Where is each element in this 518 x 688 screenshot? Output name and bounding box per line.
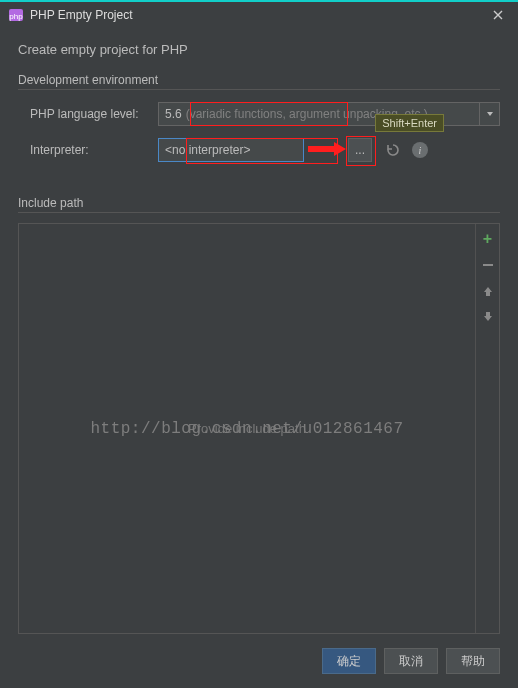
interpreter-combo[interactable]: <no interpreter> xyxy=(158,138,304,162)
instruction-text: Create empty project for PHP xyxy=(18,42,500,57)
cancel-button[interactable]: 取消 xyxy=(384,648,438,674)
include-path-list[interactable]: Provide include path http://blog.csdn.ne… xyxy=(19,224,475,633)
php-level-label: PHP language level: xyxy=(18,107,158,121)
add-path-button[interactable]: + xyxy=(479,230,497,248)
info-icon[interactable]: i xyxy=(412,142,428,158)
separator xyxy=(18,89,500,90)
include-section: Include path Provide include path http:/… xyxy=(18,196,500,634)
move-up-button[interactable] xyxy=(479,282,497,300)
reload-icon[interactable] xyxy=(382,139,404,161)
window-title: PHP Empty Project xyxy=(30,8,132,22)
php-level-value: 5.6 xyxy=(165,107,182,121)
separator xyxy=(18,212,500,213)
remove-path-button[interactable] xyxy=(479,256,497,274)
ellipsis-label: ... xyxy=(355,143,365,157)
svg-rect-2 xyxy=(483,264,493,266)
ok-button[interactable]: 确定 xyxy=(322,648,376,674)
title-bar: php PHP Empty Project xyxy=(0,0,518,28)
shortcut-tooltip: Shift+Enter xyxy=(375,114,444,132)
interpreter-label: Interpreter: xyxy=(18,143,158,157)
dev-env-group-title: Development environment xyxy=(18,73,500,87)
window-close-button[interactable] xyxy=(486,5,510,25)
interpreter-value: <no interpreter> xyxy=(165,143,250,157)
app-icon: php xyxy=(8,7,24,23)
include-path-body: Provide include path http://blog.csdn.ne… xyxy=(18,223,500,634)
include-path-toolbar: + xyxy=(475,224,499,633)
info-char: i xyxy=(419,145,422,156)
interpreter-browse-button[interactable]: ... xyxy=(348,138,372,162)
interpreter-row: Interpreter: <no interpreter> ... i Shif… xyxy=(18,138,500,162)
watermark-text: http://blog.csdn.net/u012861467 xyxy=(90,420,403,438)
help-button[interactable]: 帮助 xyxy=(446,648,500,674)
php-level-caret[interactable] xyxy=(480,102,500,126)
svg-text:php: php xyxy=(9,12,23,21)
annotation-arrow xyxy=(304,140,348,161)
include-path-title: Include path xyxy=(18,196,500,210)
dialog-button-bar: 确定 取消 帮助 xyxy=(18,634,500,674)
dialog-body: Create empty project for PHP Development… xyxy=(0,28,518,688)
move-down-button[interactable] xyxy=(479,308,497,326)
